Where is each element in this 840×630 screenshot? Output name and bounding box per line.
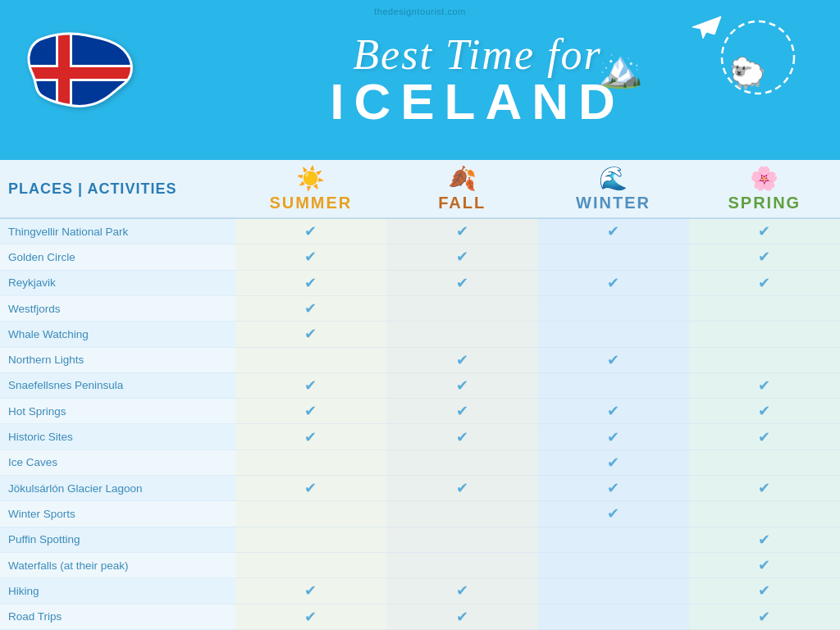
spring-check: ✔	[689, 244, 840, 270]
place-name: Hiking	[0, 578, 235, 604]
winter-check	[537, 295, 688, 321]
winter-check: ✔	[537, 399, 688, 424]
spring-check: ✔	[689, 476, 840, 501]
checkmark-icon: ✔	[758, 480, 770, 496]
spring-check	[689, 295, 840, 321]
summer-label: SUMMER	[269, 194, 352, 212]
spring-check: ✔	[689, 424, 840, 450]
spring-check: ✔	[689, 372, 840, 398]
table-row: Historic Sites✔✔✔✔	[0, 424, 840, 450]
checkmark-icon: ✔	[456, 403, 468, 419]
fall-check: ✔	[386, 218, 537, 244]
winter-check	[537, 244, 688, 270]
table-row: Whale Watching✔	[0, 322, 840, 347]
page-wrapper: thedesigntourist.com	[0, 0, 840, 630]
summer-check: ✔	[235, 399, 386, 424]
checkmark-icon: ✔	[456, 429, 468, 445]
table-row: Northern Lights✔✔	[0, 347, 840, 372]
checkmark-icon: ✔	[758, 609, 770, 625]
checkmark-icon: ✔	[304, 300, 317, 317]
place-name: Reykjavik	[0, 270, 235, 295]
svg-rect-4	[58, 25, 70, 132]
sheep-icon: 🐑	[729, 56, 766, 90]
winter-check: ✔	[537, 347, 688, 372]
checkmark-icon: ✔	[304, 429, 317, 445]
checkmark-icon: ✔	[456, 609, 468, 625]
place-name: Whale Watching	[0, 322, 235, 347]
checkmark-icon: ✔	[304, 275, 317, 291]
th-spring: 🌸 SPRING	[689, 160, 840, 218]
spring-check	[689, 347, 840, 372]
table-row: Westfjords✔	[0, 295, 840, 321]
checkmark-icon: ✔	[758, 532, 770, 548]
checkmark-icon: ✔	[304, 249, 317, 265]
place-name: Puffin Spotting	[0, 527, 235, 552]
th-places: PLACES | ACTIVITIES	[0, 160, 235, 218]
place-name: Hot Springs	[0, 399, 235, 424]
fall-check: ✔	[386, 270, 537, 295]
fall-label: FALL	[438, 194, 486, 212]
table-row: Winter Sports✔	[0, 501, 840, 527]
checkmark-icon: ✔	[758, 557, 770, 573]
summer-check	[235, 450, 386, 475]
spring-check: ✔	[689, 552, 840, 578]
place-name: Historic Sites	[0, 424, 235, 450]
winter-check	[537, 322, 688, 347]
spring-check	[689, 501, 840, 527]
spring-check: ✔	[689, 527, 840, 552]
place-name: Jökulsárlón Glacier Lagoon	[0, 476, 235, 501]
table-area: PLACES | ACTIVITIES ☀️ SUMMER 🍂 FALL	[0, 160, 840, 630]
winter-check	[537, 372, 688, 398]
fall-check	[386, 295, 537, 321]
checkmark-icon: ✔	[607, 480, 619, 496]
table-row: Road Trips✔✔✔	[0, 604, 840, 630]
winter-check	[537, 578, 688, 604]
checkmark-icon: ✔	[607, 429, 619, 445]
winter-check: ✔	[537, 476, 688, 501]
summer-check: ✔	[235, 244, 386, 270]
place-name: Waterfalls (at their peak)	[0, 552, 235, 578]
place-name: Winter Sports	[0, 501, 235, 527]
checkmark-icon: ✔	[456, 582, 468, 599]
fall-check: ✔	[386, 578, 537, 604]
winter-check: ✔	[537, 450, 688, 475]
th-fall: 🍂 FALL	[386, 160, 537, 218]
th-winter: 🌊 WINTER	[537, 160, 688, 218]
summer-check: ✔	[235, 218, 386, 244]
winter-check: ✔	[537, 501, 688, 527]
spring-check	[689, 450, 840, 475]
table-row: Jökulsárlón Glacier Lagoon✔✔✔✔	[0, 476, 840, 501]
place-name: Thingvellir National Park	[0, 218, 235, 244]
spring-check: ✔	[689, 578, 840, 604]
winter-label: WINTER	[576, 194, 651, 212]
th-places-text: PLACES | ACTIVITIES	[8, 180, 176, 197]
spring-check: ✔	[689, 399, 840, 424]
checkmark-icon: ✔	[758, 223, 770, 240]
fall-check: ✔	[386, 476, 537, 501]
winter-check: ✔	[537, 424, 688, 450]
header-section: thedesigntourist.com	[0, 0, 840, 160]
summer-check: ✔	[235, 604, 386, 630]
checkmark-icon: ✔	[304, 223, 317, 240]
checkmark-icon: ✔	[758, 275, 770, 291]
summer-check: ✔	[235, 295, 386, 321]
winter-icon: 🌊	[599, 165, 628, 192]
fall-check: ✔	[386, 372, 537, 398]
iceland-map	[8, 25, 139, 135]
fall-check	[386, 322, 537, 347]
checkmark-icon: ✔	[758, 377, 770, 394]
spring-icon: 🌸	[750, 165, 778, 192]
checkmark-icon: ✔	[607, 403, 619, 419]
checkmark-icon: ✔	[607, 454, 619, 471]
checkmark-icon: ✔	[456, 249, 468, 265]
checkmark-icon: ✔	[304, 582, 317, 599]
winter-check: ✔	[537, 218, 688, 244]
summer-check	[235, 527, 386, 552]
place-name: Golden Circle	[0, 244, 235, 270]
place-name: Northern Lights	[0, 347, 235, 372]
summer-check	[235, 501, 386, 527]
checkmark-icon: ✔	[304, 480, 317, 496]
spring-label: SPRING	[728, 194, 801, 212]
fall-check: ✔	[386, 399, 537, 424]
title-script: Best Time for	[330, 34, 625, 76]
